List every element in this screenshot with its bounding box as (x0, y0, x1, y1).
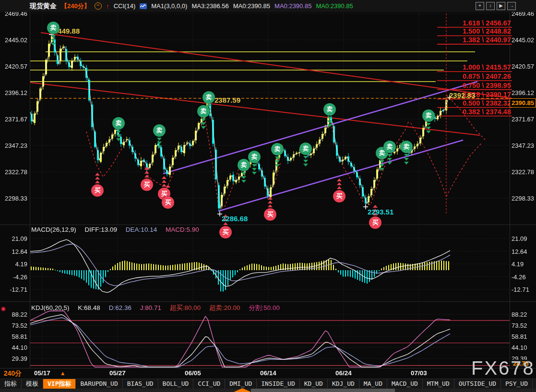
chart-canvas[interactable] (0, 0, 536, 392)
zoom-vertical-icon[interactable]: ↕ (486, 2, 495, 10)
kdj-axis-tick-left: 44.10 (0, 344, 27, 351)
sell-triangle-icon (201, 122, 206, 125)
tab-BOLL_UD[interactable]: BOLL_UD (158, 379, 194, 389)
tab-CCI_UD[interactable]: CCI_UD (193, 379, 225, 389)
tab-BARUPDN_UD[interactable]: BARUPDN_UD (76, 379, 122, 389)
tab-PSY_UD[interactable]: PSY_UD (501, 379, 533, 389)
buy-triangle-icon (162, 180, 167, 183)
tab-模板[interactable]: 模板 (22, 379, 43, 389)
macd-axis-tick-right: -12.71 (512, 286, 529, 293)
macd-axis-tick-right: -4.26 (512, 273, 526, 281)
tab-指标[interactable]: 指标 (0, 379, 22, 389)
zoom-horizontal-icon[interactable]: ▶ (497, 2, 505, 10)
tab-ROC_UD[interactable]: ROC_UD (533, 379, 536, 389)
tab-KDJ_UD[interactable]: KDJ_UD (328, 379, 359, 389)
sell-triangle-icon (275, 160, 280, 163)
sell-triangle-icon (201, 119, 206, 121)
time-axis: 240分 ▲ 05/1705/2706/0506/1406/2407/03 (0, 368, 536, 379)
period-up-arrow-icon[interactable]: ▲ (60, 370, 66, 377)
buy-marker: 买 (162, 196, 174, 209)
collapse-icon[interactable]: − (95, 2, 102, 10)
buy-triangle-icon (95, 177, 100, 179)
fib-level-label: 1.618 \ 2456.67 (463, 19, 511, 27)
main-axis-tick-left: 2371.67 (0, 116, 27, 123)
sell-triangle-icon (157, 145, 162, 148)
main-axis-tick-left: 2445.02 (0, 36, 27, 44)
scrollbar-thumb[interactable] (251, 389, 395, 392)
sell-marker: 卖 (202, 91, 215, 104)
price-annotation: 2293.51 (368, 208, 393, 216)
period-label[interactable]: 240分 (4, 369, 22, 378)
tab-DMI_UD[interactable]: DMI_UD (225, 379, 257, 389)
tab-BIAS_UD[interactable]: BIAS_UD (123, 379, 158, 389)
buy-triangle-icon (268, 197, 273, 200)
main-axis-tick-left: 2347.23 (0, 142, 27, 149)
kdj-k-value: K:68.48 (78, 304, 100, 311)
macd-axis-tick-right: 12.64 (512, 248, 527, 255)
main-axis-tick-left: 2396.12 (0, 89, 27, 96)
symbol-name: 现货黄金 (30, 2, 57, 11)
sell-triangle-icon (275, 156, 280, 159)
kdj-axis-tick-left: 88.22 (0, 311, 27, 318)
buy-triangle-icon (268, 201, 273, 203)
price-annotation: 2387.59 (214, 96, 240, 104)
date-label: 05/17 (25, 369, 59, 377)
fib-level-label: 0.875 \ 2407.26 (463, 72, 511, 80)
buy-triangle-icon (337, 186, 342, 189)
macd-axis-tick-left: -4.26 (0, 273, 27, 281)
timeframe-label: 【240分】 (61, 2, 90, 11)
buy-triangle-icon (268, 204, 273, 207)
main-axis-tick-left: 2298.33 (0, 195, 27, 202)
sell-triangle-icon (380, 164, 384, 167)
kdj-j-value: J:80.71 (140, 304, 161, 311)
sell-marker: 卖 (422, 109, 435, 122)
sell-triangle-icon (157, 142, 162, 144)
sell-triangle-icon (327, 120, 332, 123)
kdj-axis-tick-right: 73.52 (512, 322, 527, 329)
sell-triangle-icon (157, 138, 162, 141)
fib-level-label: 0.382 \ 2374.48 (463, 108, 511, 116)
buy-marker: 买 (369, 216, 381, 229)
sell-triangle-icon (116, 134, 121, 137)
macd-diff-value: DIFF:13.09 (85, 226, 118, 233)
tab-INSIDE_UD[interactable]: INSIDE_UD (257, 379, 299, 389)
macd-axis-tick-right: 4.19 (512, 261, 524, 268)
date-label: 06/24 (327, 369, 360, 377)
tab-MA_UD[interactable]: MA_UD (359, 379, 387, 389)
pan-icon[interactable]: + (476, 2, 484, 10)
sell-triangle-icon (404, 158, 409, 161)
sell-triangle-icon (252, 168, 257, 171)
sell-marker: 卖 (299, 143, 312, 155)
tab-MACD_UD[interactable]: MACD_UD (387, 379, 423, 389)
tab-MTM_UD[interactable]: MTM_UD (423, 379, 454, 389)
macd-dea-value: DEA:10.14 (126, 226, 157, 233)
kdj-oversold-value: 超卖:20.00 (209, 304, 240, 311)
sell-triangle-icon (380, 160, 384, 163)
jump-latest-icon[interactable]: → (507, 2, 516, 10)
main-axis-tick-left: 2322.78 (0, 168, 27, 176)
tab-VIP指标[interactable]: VIP指标 (43, 379, 76, 389)
chart-header: 现货黄金 【240分】 − ↑ CCI(14) MA1(3,0,0,0) MA3… (0, 0, 536, 12)
kdj-d-value: D:62.36 (109, 304, 131, 311)
chart-toolbar: +↕▶→ (476, 2, 516, 10)
sell-triangle-icon (303, 156, 308, 159)
sell-triangle-icon (241, 176, 246, 179)
price-annotation: 2392.83 (449, 91, 475, 99)
sell-marker: 卖 (248, 151, 261, 163)
macd-value: MACD:5.90 (166, 226, 199, 233)
macd-axis-tick-right: 21.09 (512, 235, 527, 242)
main-axis-tick-right: 2420.57 (512, 63, 534, 70)
scroll-position-marker[interactable] (234, 388, 251, 392)
fib-level-label: 0.500 \ 2382.32 (463, 99, 511, 107)
tab-OUTSIDE_UD[interactable]: OUTSIDE_UD (454, 379, 501, 389)
ma0-value-3: MA0:2390.85 (316, 2, 353, 10)
fib-level-label: 0.750 \ 2398.95 (463, 82, 511, 89)
sell-triangle-icon (252, 164, 257, 167)
macd-axis-tick-left: -12.71 (0, 286, 27, 293)
horizontal-scrollbar[interactable] (0, 389, 536, 392)
sell-triangle-icon (275, 164, 280, 167)
buy-triangle-icon (166, 185, 170, 188)
date-label: 05/27 (101, 369, 134, 377)
sell-marker: 卖 (47, 22, 60, 34)
tab-KD_UD[interactable]: KD_UD (300, 379, 328, 389)
